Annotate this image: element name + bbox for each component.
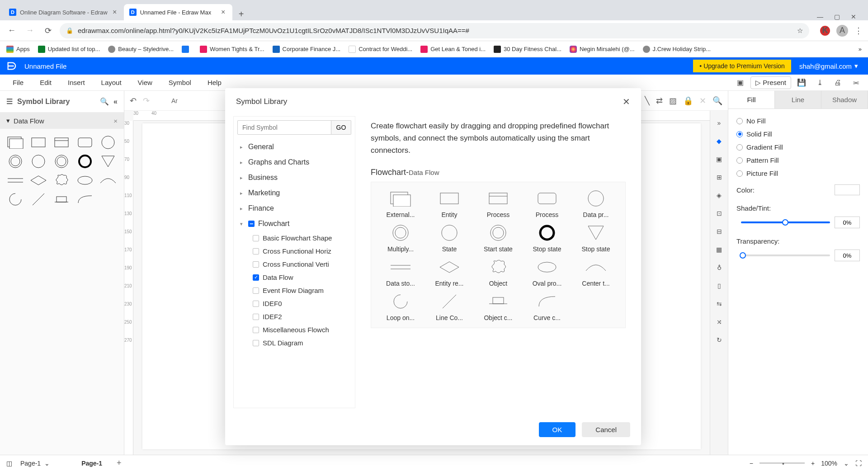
page-tool-icon[interactable]: ▯ [710,278,728,293]
present-button[interactable]: ▷Present [750,76,791,89]
bookmark-item[interactable]: Women Tights & Tr... [200,46,264,53]
cancel-button[interactable]: Cancel [582,422,630,437]
shape-item[interactable] [75,191,95,207]
add-page-button[interactable]: + [117,458,122,468]
shape-item[interactable] [52,172,71,188]
shape-item[interactable] [5,134,25,151]
shape-item[interactable] [52,134,71,151]
database-tool-icon[interactable]: ⊟ [710,224,728,239]
shape-item[interactable] [28,134,48,151]
category-marketing[interactable]: ▸Marketing [237,185,351,201]
extension-icon[interactable]: K [820,26,830,36]
bookmark-item[interactable]: Get Lean & Toned i... [420,46,486,53]
symbol-item[interactable]: Stop state [524,223,570,253]
tab-fill[interactable]: Fill [728,91,775,108]
symbol-item[interactable]: Multiply... [377,223,424,253]
shade-input[interactable] [835,217,860,228]
tab-shadow[interactable]: Shadow [821,91,868,108]
menu-help[interactable]: Help [199,79,230,86]
tree-tool-icon[interactable]: ♁ [710,260,728,275]
bookmark-item[interactable]: Contract for Weddi... [349,46,412,53]
fill-option-solid[interactable]: Solid Fill [736,127,860,141]
star-icon[interactable]: ☆ [797,27,803,35]
fill-option-nofill[interactable]: No Fill [736,114,860,127]
category-flowchart[interactable]: ▾−Flowchart [237,216,351,231]
link-tool-icon[interactable]: ⇆ [710,296,728,311]
symbol-item[interactable]: State [426,223,472,253]
undo-icon[interactable]: ↶ [130,96,137,106]
flowchart-sub-5[interactable]: IDEF0 [251,297,351,310]
symbol-item[interactable]: Stop state [573,223,619,253]
category-graphs[interactable]: ▸Graphs and Charts [237,155,351,170]
symbol-item[interactable]: Data pr... [573,188,619,218]
symbol-item[interactable]: Center t... [573,257,619,287]
symbol-item[interactable]: Data sto... [377,257,424,287]
zoom-out-button[interactable]: − [750,460,753,467]
chevron-down-icon[interactable]: ⌄ [844,460,849,467]
symbol-item[interactable]: Start state [475,223,521,253]
transparency-input[interactable] [835,250,860,261]
panel-icon[interactable]: ◫ [6,460,12,467]
shape-item[interactable] [98,153,118,170]
bookmark-item[interactable]: Updated list of top... [38,46,100,53]
tab-line[interactable]: Line [775,91,821,108]
layers-tool-icon[interactable]: ◈ [710,188,728,203]
page-tab[interactable]: Page-1 [75,458,108,469]
font-select[interactable]: Ar [171,97,178,104]
shape-item[interactable] [52,153,71,170]
redo-icon[interactable]: ↷ [143,96,150,106]
symbol-item[interactable]: Process [475,188,521,218]
save-icon[interactable]: 💾 [794,76,809,89]
category-tab[interactable]: ▾ Data Flow × [0,113,124,129]
arrow-style-icon[interactable]: ⇄ [656,96,663,106]
flowchart-sub-6[interactable]: IDEF2 [251,310,351,323]
symbol-item[interactable]: Oval pro... [524,257,570,287]
new-tab-button[interactable]: + [235,8,248,20]
color-swatch[interactable] [835,184,860,195]
menu-symbol[interactable]: Symbol [160,79,199,86]
menu-layout[interactable]: Layout [93,79,130,86]
bookmark-item[interactable]: Apps [6,46,30,53]
symbol-item[interactable]: Entity [426,188,472,218]
shape-item[interactable] [52,191,71,207]
back-button[interactable]: ← [5,24,18,37]
shuffle-tool-icon[interactable]: ⤨ [710,314,728,330]
flowchart-sub-4[interactable]: Event Flow Diagram [251,284,351,297]
fill-tool-icon[interactable]: ◆ [710,133,728,149]
fill-option-gradient[interactable]: Gradient Fill [736,141,860,154]
browser-tab-1[interactable]: D Unnamed File - Edraw Max × [124,4,232,20]
expand-panel-icon[interactable]: » [710,115,728,131]
find-symbol-input[interactable] [237,120,331,135]
close-icon[interactable]: × [220,9,227,16]
shape-item[interactable] [98,172,118,188]
symbol-item[interactable]: Object [475,257,521,287]
shape-item[interactable] [98,134,118,151]
print-icon[interactable]: 🖨 [830,76,845,89]
fill-option-picture[interactable]: Picture Fill [736,167,860,180]
text-tool-icon[interactable]: ⊡ [710,206,728,221]
bookmark-item[interactable]: Negin Mirsalehi (@... [570,46,635,53]
url-input[interactable]: 🔒 edrawmax.com/online/app.html?y0/KUjV2K… [60,23,809,38]
symbol-item[interactable]: Curve c... [524,292,570,321]
menu-icon[interactable]: ⋮ [854,26,863,36]
shape-item[interactable] [5,191,25,207]
shape-item[interactable] [75,153,95,170]
bookmark-item[interactable]: Corporate Finance J... [273,46,341,53]
flowchart-sub-2[interactable]: Cross Functional Verti [251,258,351,271]
shape-item[interactable] [75,134,95,151]
category-business[interactable]: ▸Business [237,170,351,185]
bookmark-item[interactable]: 30 Day Fitness Chal... [494,46,561,53]
bookmarks-overflow[interactable]: » [859,46,862,52]
symbol-item[interactable]: Process [524,188,570,218]
symbol-item[interactable]: Loop on... [377,292,424,321]
page-selector[interactable]: Page-1 ⌄ [20,460,50,467]
reload-button[interactable]: ⟳ [42,24,54,37]
go-button[interactable]: GO [331,120,351,135]
menu-view[interactable]: View [130,79,160,86]
symbol-item[interactable]: External... [377,188,424,218]
share-icon[interactable]: ⫘ [848,76,863,89]
zoom-level[interactable]: 100% [821,460,837,467]
bookmark-item[interactable]: Beauty – Styledrive... [108,46,174,53]
zoom-in-button[interactable]: + [811,460,815,467]
lock-icon[interactable]: 🔒 [683,96,693,106]
